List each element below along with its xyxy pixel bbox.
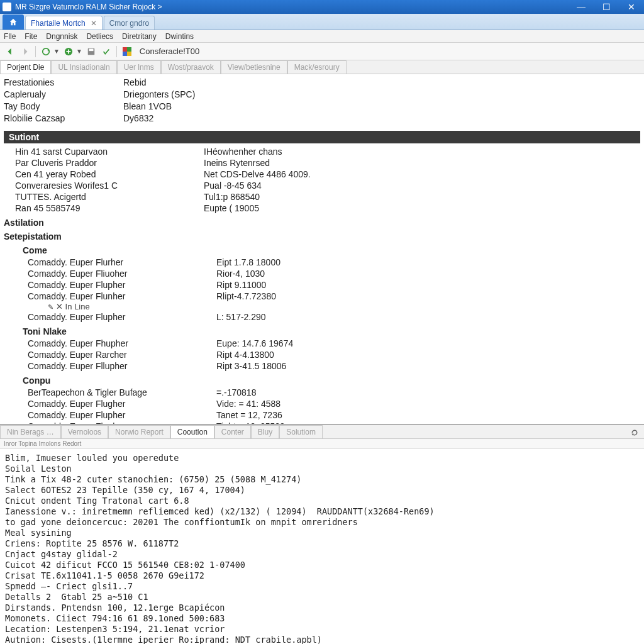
document-tab-row: Fhartaile Mortch ✕ Cmor gndro xyxy=(0,14,644,30)
row-value: IHéowhenher chans xyxy=(204,146,282,157)
back-button[interactable] xyxy=(4,45,16,58)
data-row: Comaddy. Euper FlupherRipt 9.11000 xyxy=(4,279,644,291)
puzzle-icon[interactable] xyxy=(121,45,133,58)
tab-history[interactable]: Mack/esroury xyxy=(287,60,347,74)
window-title: MR Sizgre Vaturnclo RALM Sicher Rojock > xyxy=(15,3,569,11)
close-icon[interactable]: ✕ xyxy=(91,19,97,28)
meta-value: Rebid xyxy=(123,77,147,89)
dropdown-icon[interactable]: ▼ xyxy=(53,48,60,55)
row-label: TUTTES. Acigertd xyxy=(15,191,204,203)
close-button[interactable]: ✕ xyxy=(619,0,644,14)
meta-row: CaplerualyDriegonters (SPC) xyxy=(4,89,644,101)
row-label: Comaddy. Euper Flugher xyxy=(28,398,216,409)
meta-row: Tay BodyBlean 1VOB xyxy=(4,101,644,113)
tab-console[interactable]: Cooutlon xyxy=(170,425,214,438)
inline-note[interactable]: ✎✕ In Line xyxy=(4,302,644,311)
svg-rect-5 xyxy=(127,47,131,52)
row-value: Rlipt-4.7.72380 xyxy=(216,291,276,302)
row-value: Pual -8-45 634 xyxy=(204,180,262,191)
meta-key: Frestationies xyxy=(4,77,123,89)
toolbar-label: Consferacle!T00 xyxy=(140,47,199,56)
inline-note-text: ✕ In Line xyxy=(56,302,90,311)
row-label: Comaddy. Euper Flupher xyxy=(28,409,216,421)
subsection-conpu: Conpu xyxy=(23,375,644,386)
file-tab-inactive[interactable]: Cmor gndro xyxy=(104,16,155,30)
tab-workspace[interactable]: Wost/praavok xyxy=(161,60,221,74)
row-label: Comaddy. Euper Fliuoher xyxy=(28,268,216,279)
data-row: Comaddy. Euper FlupherTanet = 12, 7236 xyxy=(4,409,644,421)
row-value: Vide: = 41: 4588 xyxy=(216,398,280,409)
row-value: L: 517-2.290 xyxy=(216,311,266,323)
data-row: Ran 45 5585749Eupte ( 19005 xyxy=(4,203,644,214)
data-row: Comaddy. Euper RarcherRipt 4-4.13800 xyxy=(4,349,644,360)
toolbar-separator xyxy=(116,46,117,57)
data-row: BerTeapechon & Tigler Bufage=.-170818 xyxy=(4,387,644,398)
row-value: Rior-4, 1030 xyxy=(216,268,265,279)
output-pane: Nin Berags … Vernoloos Norwio Report Coo… xyxy=(0,424,644,644)
check-button[interactable] xyxy=(100,45,113,58)
row-label: Cen 41 yeray Robed xyxy=(15,169,204,180)
row-label: Comaddy. Euper Flunher xyxy=(28,291,216,302)
data-row: Cen 41 yeray RobedNet CDS-Delve 4486 400… xyxy=(4,169,644,180)
data-row: Comaddy. Euper FliuoherRior-4, 1030 xyxy=(4,268,644,279)
meta-value: Driegonters (SPC) xyxy=(123,89,195,101)
subsection-toni: Toni Nlake xyxy=(23,326,644,336)
menu-file[interactable]: Flle xyxy=(4,32,16,41)
svg-rect-4 xyxy=(123,47,127,52)
forward-button[interactable] xyxy=(19,45,31,58)
subsection-come: Come xyxy=(23,245,644,255)
console-output[interactable]: Blim, Imueser louled you operedute Soila… xyxy=(0,449,644,644)
meta-value: Blean 1VOB xyxy=(123,101,172,113)
row-value: Ript 3-41.5 18006 xyxy=(216,360,286,372)
pencil-icon: ✎ xyxy=(48,303,53,311)
row-value: =.-170818 xyxy=(216,387,256,398)
tab-user-items[interactable]: Uer lnms xyxy=(117,60,161,74)
section-header-setepistation: Setepistatiom xyxy=(4,231,644,242)
home-icon xyxy=(9,18,18,26)
refresh-button[interactable] xyxy=(40,45,52,58)
meta-key: Tay Body xyxy=(4,101,123,113)
menu-details[interactable]: Detliecs xyxy=(86,32,113,41)
tab-report[interactable]: Norwio Report xyxy=(108,425,170,438)
row-value: Tul1:p 868540 xyxy=(204,191,260,203)
menu-fite[interactable]: Fite xyxy=(25,32,37,41)
main-toolbar: ▼ ▼ Consferacle!T00 xyxy=(0,43,644,60)
tab-messages[interactable]: Nin Berags … xyxy=(0,425,61,438)
file-tab-active[interactable]: Fhartaile Mortch ✕ xyxy=(25,16,103,30)
data-row: Comaddy. Euper FhupherEupe: 14.7.6 19674 xyxy=(4,338,644,349)
tab-project-die[interactable]: Porjent Die xyxy=(0,60,51,74)
row-label: Comaddy. Euper Rarcher xyxy=(28,349,216,360)
tab-view[interactable]: View/betiesnine xyxy=(221,60,287,74)
add-button[interactable] xyxy=(62,45,75,58)
output-toolbar: Inror Topina Imolons Redort xyxy=(0,439,644,449)
menu-diagnostics[interactable]: Dngnnisk xyxy=(46,32,77,41)
row-value: Ineins Rytenrsed xyxy=(204,157,270,169)
data-row: TUTTES. AcigertdTul1:p 868540 xyxy=(4,191,644,203)
menu-bar: Flle Fite Dngnnisk Detliecs Diretritany … xyxy=(0,30,644,43)
properties-pane[interactable]: FrestationiesRebidCaplerualyDriegonters … xyxy=(0,74,644,424)
refresh-icon[interactable] xyxy=(629,427,640,438)
home-tab[interactable] xyxy=(3,14,24,30)
svg-rect-7 xyxy=(127,52,131,56)
tab-solution[interactable]: Solutiom xyxy=(279,425,323,438)
main-area: FrestationiesRebidCaplerualyDriegonters … xyxy=(0,74,644,644)
tab-installation[interactable]: UL Insiadionaln xyxy=(51,60,116,74)
menu-directory[interactable]: Diretritany xyxy=(122,32,157,41)
section-header-astilation: Astilation xyxy=(4,218,644,228)
window-controls: — ☐ ✕ xyxy=(569,0,644,14)
tab-versions[interactable]: Vernoloos xyxy=(61,425,108,438)
tab-buy[interactable]: Bluy xyxy=(251,425,279,438)
row-value: Ript 4-4.13800 xyxy=(216,349,274,360)
tab-center[interactable]: Conter xyxy=(214,425,251,438)
menu-windows[interactable]: Dwintins xyxy=(165,32,194,41)
row-label: Comaddy. Euper Flurher xyxy=(28,257,216,268)
save-button[interactable] xyxy=(85,45,97,58)
output-tabs: Nin Berags … Vernoloos Norwio Report Coo… xyxy=(0,425,644,439)
maximize-button[interactable]: ☐ xyxy=(594,0,619,14)
svg-rect-6 xyxy=(123,52,127,56)
data-row: Comaddy. Euper FlunherRlipt-4.7.72380 xyxy=(4,291,644,302)
dropdown-icon[interactable]: ▼ xyxy=(76,48,82,55)
minimize-button[interactable]: — xyxy=(569,0,594,14)
data-row: Comaddy. Euper FllupherRipt 3-41.5 18006 xyxy=(4,360,644,372)
row-label: Comaddy. Euper Flupher xyxy=(28,311,216,323)
